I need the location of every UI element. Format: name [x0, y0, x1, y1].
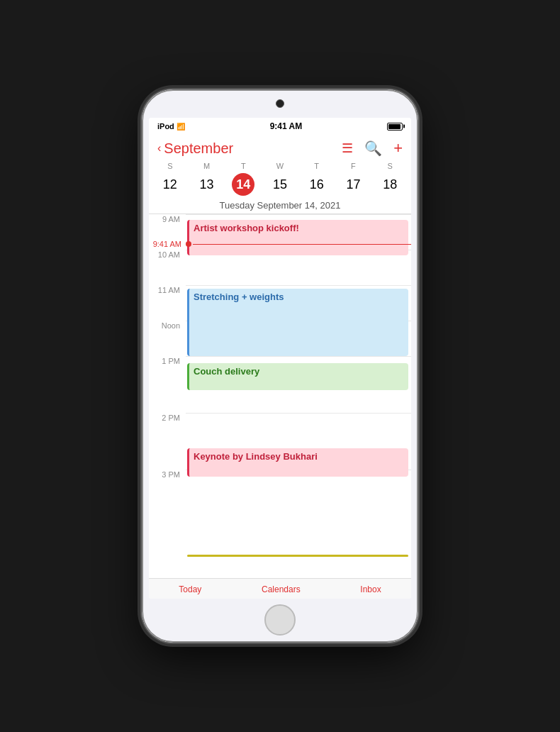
- date-13[interactable]: 13: [196, 173, 218, 196]
- event-title-stretching: Stretching + weights: [194, 292, 284, 302]
- calendar-scroll-area[interactable]: 9 AM 10 AM 11 AM Noon 1 PM: [149, 214, 411, 578]
- month-title[interactable]: September: [164, 140, 233, 157]
- battery-fill: [388, 124, 401, 129]
- date-14-today[interactable]: 14: [232, 173, 254, 196]
- search-icon[interactable]: 🔍: [364, 140, 382, 157]
- tab-inbox-label: Inbox: [360, 584, 381, 594]
- battery-icon: [387, 123, 403, 131]
- current-time-dot: [186, 241, 191, 247]
- battery-indicator: [387, 123, 403, 131]
- time-label-11am: 11 AM: [149, 285, 186, 294]
- time-label-10am: 10 AM: [149, 250, 186, 259]
- day-label-t2: T: [298, 162, 335, 170]
- day-label-f: F: [335, 162, 372, 170]
- add-event-icon[interactable]: +: [393, 139, 403, 157]
- time-line-2pm: [186, 413, 411, 414]
- tab-calendars[interactable]: Calendars: [247, 583, 315, 596]
- tab-bar: Today Calendars Inbox: [149, 578, 411, 599]
- event-stretching[interactable]: Stretching + weights: [187, 289, 408, 356]
- time-label-2pm: 2 PM: [149, 413, 186, 422]
- current-time-label: 9:41 AM: [149, 240, 186, 248]
- event-artist-workshop[interactable]: Artist workshop kickoff!: [187, 220, 408, 255]
- date-15[interactable]: 15: [269, 173, 291, 196]
- selected-date-label: Tuesday September 14, 2021: [149, 199, 411, 214]
- event-keynote[interactable]: Keynote by Lindsey Bukhari: [187, 448, 408, 477]
- device: iPod 📶 9:41 AM ‹ September ☰ 🔍 +: [142, 89, 418, 643]
- date-18[interactable]: 18: [379, 173, 401, 196]
- event-title-keynote: Keynote by Lindsey Bukhari: [194, 451, 318, 462]
- date-16[interactable]: 16: [306, 173, 328, 196]
- time-line-9am: [186, 214, 411, 215]
- camera: [276, 99, 284, 108]
- tab-inbox[interactable]: Inbox: [346, 583, 395, 596]
- wifi-icon: 📶: [177, 123, 185, 131]
- time-label-3pm: 3 PM: [149, 470, 186, 479]
- back-arrow-icon[interactable]: ‹: [157, 142, 161, 155]
- status-bar: iPod 📶 9:41 AM: [149, 118, 411, 135]
- calendar-header: ‹ September ☰ 🔍 +: [149, 135, 411, 160]
- screen: iPod 📶 9:41 AM ‹ September ☰ 🔍 +: [149, 118, 411, 599]
- time-label-noon: Noon: [149, 321, 186, 330]
- date-17[interactable]: 17: [342, 173, 364, 196]
- day-label-m: M: [189, 162, 225, 170]
- day-label-t1: T: [225, 162, 262, 170]
- current-time-line: [193, 244, 411, 245]
- month-navigation[interactable]: ‹ September: [157, 140, 233, 157]
- header-toolbar: ☰ 🔍 +: [342, 139, 403, 157]
- yellow-event-line: [187, 555, 408, 557]
- tab-calendars-label: Calendars: [262, 584, 301, 594]
- date-12[interactable]: 12: [159, 173, 181, 196]
- day-label-s2: S: [371, 162, 408, 170]
- time-label-1pm: 1 PM: [149, 356, 186, 365]
- event-couch-delivery[interactable]: Couch delivery: [187, 363, 408, 390]
- weekday-labels: S M T W T F S: [149, 160, 411, 172]
- status-carrier: iPod 📶: [157, 122, 185, 131]
- tab-today-label: Today: [179, 584, 201, 594]
- list-icon[interactable]: ☰: [342, 140, 353, 156]
- event-title-couch-delivery: Couch delivery: [194, 366, 259, 377]
- tab-today[interactable]: Today: [164, 583, 215, 596]
- status-time: 9:41 AM: [270, 121, 303, 131]
- time-grid: 9 AM 10 AM 11 AM Noon 1 PM: [149, 214, 411, 578]
- event-title-artist-workshop: Artist workshop kickoff!: [194, 223, 299, 233]
- time-line-11am: [186, 285, 411, 286]
- time-row-2pm: 2 PM: [149, 413, 411, 448]
- day-label-w: W: [262, 162, 298, 170]
- date-row: 12 13 14 15 16 17 18: [149, 172, 411, 199]
- home-button[interactable]: [264, 604, 296, 636]
- day-label-s1: S: [152, 162, 189, 170]
- current-time-indicator: 9:41 AM: [149, 240, 411, 248]
- carrier-label: iPod: [157, 122, 174, 131]
- time-label-9am: 9 AM: [149, 214, 186, 223]
- time-line-1pm: [186, 356, 411, 357]
